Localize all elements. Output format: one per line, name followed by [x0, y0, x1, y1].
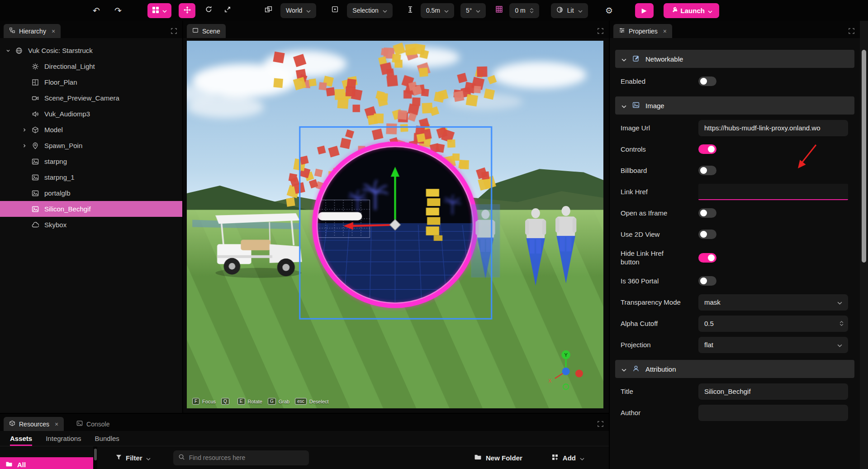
hierarchy-item-skybox[interactable]: Skybox — [0, 217, 182, 233]
redo-button[interactable]: ↷ — [110, 3, 126, 18]
enabled-toggle[interactable] — [698, 77, 716, 86]
billboard-toggle[interactable] — [698, 166, 716, 175]
rotate-tool-button[interactable] — [201, 3, 216, 18]
hierarchy-item-starpng[interactable]: starpng — [0, 153, 182, 169]
close-icon[interactable]: × — [55, 421, 58, 428]
subtab-integrations[interactable]: Integrations — [46, 431, 81, 446]
chevron-down-icon — [162, 7, 167, 14]
snap-translate-button[interactable] — [403, 3, 418, 18]
tab-console[interactable]: Console — [71, 417, 115, 431]
transparency-mode-select[interactable]: mask — [698, 294, 848, 311]
use-2d-view-toggle[interactable] — [698, 230, 716, 239]
keycap: F — [192, 398, 199, 405]
gizmo-x-arrow[interactable] — [351, 225, 395, 226]
snap-rotate-dropdown[interactable]: 5° — [460, 3, 486, 18]
transform-space-button[interactable] — [261, 3, 276, 18]
snap-move-dropdown[interactable]: 0.5m — [421, 3, 454, 18]
add-object-button[interactable] — [147, 3, 171, 18]
transform-pivot-button[interactable] — [327, 3, 342, 18]
expand-icon[interactable] — [598, 28, 603, 34]
tab-scene[interactable]: Scene — [187, 24, 226, 38]
expand-icon[interactable] — [598, 421, 603, 427]
link-href-input[interactable] — [698, 184, 848, 200]
selection-dropdown[interactable]: Selection — [347, 3, 393, 18]
section-image[interactable]: Image — [615, 96, 854, 115]
hierarchy-item-directional-light[interactable]: Directional_Light — [0, 58, 182, 74]
editor-window: ↶ ↷ World Selection 0.5m 5° — [0, 0, 868, 469]
caret-down-icon[interactable] — [5, 48, 12, 53]
snap-grid-button[interactable] — [491, 3, 507, 18]
undo-button[interactable]: ↶ — [89, 3, 104, 18]
hide-link-href-toggle[interactable] — [698, 253, 716, 263]
projection-select[interactable]: flat — [698, 337, 848, 353]
tab-resources[interactable]: Resources × — [4, 417, 64, 431]
scene-viewport[interactable]: Y X FFocusQERotateGGrabescDeselect — [187, 41, 603, 408]
stepper-icons[interactable] — [530, 8, 534, 13]
render-mode-dropdown[interactable]: Lit — [551, 3, 588, 18]
scene-canvas[interactable]: Y X — [187, 41, 603, 408]
hierarchy-item-label: Silicon_Bechgif — [44, 205, 91, 213]
folder-list-scrollbar[interactable] — [93, 446, 97, 469]
axis-z-ball[interactable] — [562, 368, 570, 375]
camera-icon — [32, 95, 39, 102]
launch-button[interactable]: Launch — [664, 3, 719, 18]
world-dropdown[interactable]: World — [280, 3, 316, 18]
hierarchy-item-vuk-audiomp3[interactable]: Vuk_Audiomp3 — [0, 106, 182, 122]
search-input[interactable] — [189, 454, 304, 461]
field-label: Title — [621, 387, 698, 396]
folder-item-all[interactable]: All — [0, 457, 93, 469]
image-icon — [632, 101, 640, 110]
scale-tool-button[interactable] — [220, 3, 235, 18]
undo-icon: ↶ — [93, 6, 100, 15]
hierarchy-item-model[interactable]: Model — [0, 122, 182, 138]
resource-search[interactable] — [173, 450, 309, 465]
hierarchy-item-scene-preview-camera[interactable]: Scene_Preview_Camera — [0, 90, 182, 106]
grid-height-stepper[interactable]: 0 m — [509, 3, 539, 18]
hierarchy-item-vuk-cosic-starstruck[interactable]: Vuk Cosic: Starstruck — [0, 43, 182, 58]
window-scrollbar[interactable] — [860, 21, 868, 469]
expand-icon[interactable] — [171, 28, 177, 34]
transform-space-icon — [265, 5, 272, 15]
section-networkable[interactable]: Networkable — [615, 50, 854, 68]
new-folder-button[interactable]: New Folder — [474, 453, 522, 462]
add-button[interactable]: Add — [551, 454, 584, 462]
skybox-icon — [32, 221, 39, 229]
filter-button[interactable]: Filter — [115, 454, 151, 462]
axis-x-ball[interactable] — [575, 370, 583, 378]
section-attribution[interactable]: Attribution — [615, 360, 854, 378]
alpha-cutoff-input[interactable]: 0.5 — [698, 316, 848, 332]
chevron-down-icon — [146, 454, 151, 462]
play-button[interactable]: ▶ — [635, 3, 654, 18]
tab-properties[interactable]: Properties × — [613, 24, 672, 38]
close-icon[interactable]: × — [663, 28, 667, 35]
open-iframe-toggle[interactable] — [698, 208, 716, 218]
is-360-portal-toggle[interactable] — [698, 276, 716, 286]
controls-toggle[interactable] — [698, 144, 716, 154]
image-url-input[interactable] — [698, 120, 848, 136]
tab-hierarchy[interactable]: Hierarchy × — [4, 24, 61, 38]
keycap: G — [268, 398, 276, 405]
chevron-down-icon — [580, 454, 584, 462]
subtab-assets[interactable]: Assets — [10, 431, 32, 446]
redo-icon: ↷ — [114, 6, 122, 15]
hierarchy-item-portalglb[interactable]: portalglb — [0, 185, 182, 201]
close-icon[interactable]: × — [52, 28, 55, 35]
expand-icon[interactable] — [849, 28, 854, 34]
title-input[interactable] — [698, 383, 848, 400]
subtab-bundles[interactable]: Bundles — [95, 431, 119, 446]
settings-button[interactable]: ⚙ — [602, 3, 617, 18]
hierarchy-item-starpng-1[interactable]: starpng_1 — [0, 169, 182, 185]
caret-right-icon[interactable] — [21, 144, 28, 148]
caret-right-icon[interactable] — [21, 128, 28, 132]
hierarchy-item-floor-plan[interactable]: Floor_Plan — [0, 74, 182, 90]
hierarchy-item-silicon-bechgif[interactable]: Silicon_Bechgif — [0, 201, 182, 217]
scrollbar-thumb[interactable] — [862, 50, 866, 263]
hierarchy-item-spawn-poin[interactable]: Spawn_Poin — [0, 138, 182, 153]
keycap: esc — [295, 398, 307, 405]
translate-tool-button[interactable] — [179, 3, 195, 18]
author-input[interactable] — [698, 405, 848, 421]
properties-content: Networkable Enabled Image Image Url Cont — [610, 38, 860, 469]
field-row-controls: Controls — [610, 139, 860, 160]
stepper-icons[interactable] — [840, 321, 844, 326]
keycap-label: Rotate — [248, 399, 262, 404]
